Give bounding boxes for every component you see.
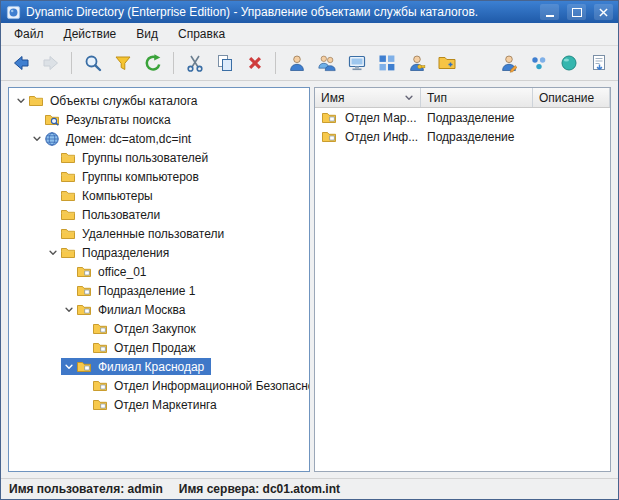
sort-indicator-icon: [404, 93, 414, 103]
back-button[interactable]: [7, 50, 34, 77]
expander-icon[interactable]: [61, 302, 76, 317]
expander-icon[interactable]: [29, 131, 44, 146]
tree-item[interactable]: Отдел Закупок: [9, 319, 309, 338]
report-icon: [589, 53, 609, 73]
members-button[interactable]: [525, 50, 552, 77]
tree-item[interactable]: Удаленные пользователи: [9, 224, 309, 243]
folder-icon: [60, 226, 76, 242]
cell-name: Отдел Инф...: [315, 129, 421, 145]
tree-item[interactable]: Объекты службы каталога: [9, 91, 309, 110]
add-group-button[interactable]: [313, 50, 340, 77]
expander-icon[interactable]: [13, 93, 28, 108]
expander-placeholder: [45, 226, 60, 241]
column-header-2[interactable]: Описание: [533, 88, 610, 107]
ou-icon: [76, 283, 92, 299]
tree-item[interactable]: Результаты поиска: [9, 110, 309, 129]
copy-icon: [215, 53, 235, 73]
delete-button[interactable]: [241, 50, 268, 77]
folder-search-icon: [44, 112, 60, 128]
tree-item-label: Результаты поиска: [64, 113, 173, 127]
tree-item-content: office_01: [61, 263, 154, 280]
edit-user-button[interactable]: [495, 50, 522, 77]
filter-icon: [113, 53, 133, 73]
report-button[interactable]: [585, 50, 612, 77]
filter-button[interactable]: [109, 50, 136, 77]
close-button[interactable]: [594, 4, 613, 20]
ou-icon: [321, 110, 337, 126]
tree-item-content: Отдел Продаж: [77, 339, 202, 356]
globe-icon: [44, 131, 60, 147]
expander-placeholder: [77, 397, 92, 412]
app-icon: [6, 5, 21, 20]
expander-placeholder: [45, 169, 60, 184]
tree-item-content: Группы компьютеров: [45, 168, 206, 185]
add-user-button[interactable]: [283, 50, 310, 77]
cell-type: Подразделение: [421, 130, 533, 144]
computer-group-button[interactable]: [373, 50, 400, 77]
menu-item-0[interactable]: Файл: [5, 25, 53, 43]
menubar: ФайлДействиеВидСправка: [1, 23, 618, 46]
add-ou-button[interactable]: [433, 50, 460, 77]
titlebar[interactable]: Dynamic Directory (Enterprise Edition) -…: [1, 1, 618, 23]
column-header-label: Тип: [427, 91, 447, 105]
tree-item[interactable]: Компьютеры: [9, 186, 309, 205]
tree-item-label: Удаленные пользователи: [80, 227, 226, 241]
tree-item-content: Пользователи: [45, 206, 167, 223]
add-computer-button[interactable]: [343, 50, 370, 77]
list-row[interactable]: Отдел Мар...Подразделение: [315, 108, 610, 127]
tree-item-content: Объекты службы каталога: [13, 92, 205, 109]
members-icon: [529, 53, 549, 73]
refresh-icon: [143, 53, 163, 73]
menu-item-3[interactable]: Справка: [169, 25, 234, 43]
copy-button[interactable]: [211, 50, 238, 77]
add-group-icon: [317, 53, 337, 73]
tree-item-label: Отдел Продаж: [112, 341, 197, 355]
domain-icon: [559, 53, 579, 73]
minimize-button[interactable]: [540, 4, 559, 20]
tree-item-label: Группы компьютеров: [80, 170, 201, 184]
tree-item[interactable]: Группы пользователей: [9, 148, 309, 167]
tree-item[interactable]: Филиал Краснодар: [9, 357, 309, 376]
delete-icon: [245, 53, 265, 73]
tree-item[interactable]: Филиал Москва: [9, 300, 309, 319]
list-row[interactable]: Отдел Инф...Подразделение: [315, 127, 610, 146]
folder-icon: [60, 169, 76, 185]
tree-item[interactable]: Домен: dc=atom,dc=int: [9, 129, 309, 148]
tree-item-label: Объекты службы каталога: [48, 94, 200, 108]
tree-item[interactable]: office_01: [9, 262, 309, 281]
cut-button[interactable]: [181, 50, 208, 77]
menu-item-1[interactable]: Действие: [55, 25, 126, 43]
tree-item[interactable]: Подразделение 1: [9, 281, 309, 300]
tree-item[interactable]: Пользователи: [9, 205, 309, 224]
tree-item-label: Домен: dc=atom,dc=int: [64, 132, 193, 146]
expander-icon[interactable]: [61, 359, 76, 374]
expander-icon[interactable]: [45, 245, 60, 260]
domain-button[interactable]: [555, 50, 582, 77]
tree-item[interactable]: Отдел Маркетинга: [9, 395, 309, 414]
ou-icon: [92, 378, 108, 394]
column-header-1[interactable]: Тип: [421, 88, 533, 107]
row-name: Отдел Инф...: [345, 130, 418, 144]
tree-item-content: Группы пользователей: [45, 149, 215, 166]
tree-panel: Объекты службы каталогаРезультаты поиска…: [8, 87, 310, 472]
refresh-button[interactable]: [139, 50, 166, 77]
maximize-button[interactable]: [567, 4, 586, 20]
ou-icon: [76, 359, 92, 375]
tree-item[interactable]: Группы компьютеров: [9, 167, 309, 186]
search-button[interactable]: [79, 50, 106, 77]
user-key-button[interactable]: [403, 50, 430, 77]
tree-item[interactable]: Отдел Информационной Безопасности: [9, 376, 309, 395]
expander-placeholder: [77, 340, 92, 355]
tree-item[interactable]: Отдел Продаж: [9, 338, 309, 357]
tree-item[interactable]: Подразделения: [9, 243, 309, 262]
expander-placeholder: [77, 378, 92, 393]
maximize-icon: [572, 8, 582, 17]
ou-icon: [92, 397, 108, 413]
folder-icon: [60, 245, 76, 261]
folder-icon: [60, 188, 76, 204]
add-computer-icon: [347, 53, 367, 73]
tree-item-label: Отдел Информационной Безопасности: [112, 379, 310, 393]
column-header-0[interactable]: Имя: [315, 88, 421, 107]
menu-item-2[interactable]: Вид: [127, 25, 167, 43]
ou-icon: [92, 340, 108, 356]
